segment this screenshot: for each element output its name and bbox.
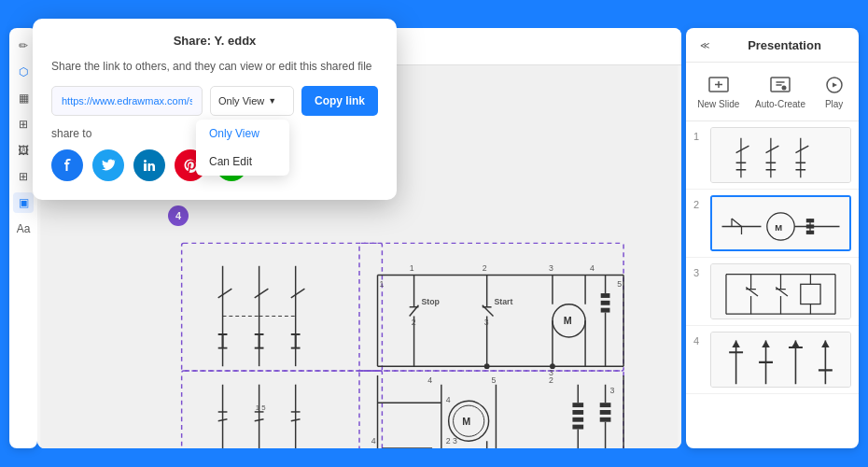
svg-rect-115 bbox=[711, 128, 850, 183]
sidebar-icon-presentation[interactable]: ▣ bbox=[13, 192, 34, 213]
play-icon bbox=[821, 74, 847, 96]
new-slide-label: New Slide bbox=[697, 99, 739, 109]
slide-item-2[interactable]: 2 M bbox=[686, 190, 859, 258]
svg-point-104 bbox=[550, 363, 555, 369]
play-button[interactable]: Play bbox=[816, 70, 853, 113]
sidebar-icon-table[interactable]: ⊞ bbox=[13, 166, 34, 187]
svg-point-113 bbox=[781, 86, 786, 91]
panel-title: Presentation bbox=[720, 38, 849, 52]
svg-rect-134 bbox=[806, 219, 814, 222]
facebook-icon[interactable] bbox=[51, 149, 83, 181]
dialog-title: Share: Y. eddx bbox=[51, 34, 378, 48]
slide-thumbnail-2[interactable]: M bbox=[710, 195, 851, 251]
svg-rect-53 bbox=[601, 308, 610, 313]
svg-rect-82 bbox=[600, 417, 611, 422]
svg-rect-52 bbox=[601, 301, 610, 305]
svg-text:3: 3 bbox=[609, 386, 614, 395]
slide-thumbnail-1[interactable] bbox=[710, 127, 851, 183]
copy-link-button[interactable]: Copy link bbox=[301, 86, 378, 116]
sidebar-icon-image[interactable]: 🖼 bbox=[13, 140, 34, 161]
svg-text:M: M bbox=[462, 416, 470, 427]
auto-create-icon bbox=[767, 74, 793, 96]
permission-dropdown: Only View Can Edit bbox=[196, 120, 289, 176]
svg-point-103 bbox=[484, 363, 490, 369]
svg-rect-74 bbox=[572, 403, 583, 407]
collapse-button[interactable]: ≪ bbox=[695, 35, 714, 54]
svg-text:3: 3 bbox=[549, 263, 553, 273]
svg-text:M: M bbox=[564, 315, 572, 326]
svg-text:2: 2 bbox=[483, 263, 487, 273]
svg-text:2   3: 2 3 bbox=[446, 436, 457, 446]
permission-select[interactable]: Only View ▼ bbox=[210, 86, 294, 116]
dropdown-item-can-edit[interactable]: Can Edit bbox=[196, 148, 289, 176]
auto-create-button[interactable]: Auto-Create bbox=[749, 70, 811, 113]
panel-actions: New Slide Auto-Create Play bbox=[686, 63, 859, 121]
sidebar-icon-shapes[interactable]: ⬡ bbox=[13, 62, 34, 82]
svg-text:Start: Start bbox=[494, 297, 512, 306]
badge-4: 4 bbox=[168, 205, 189, 226]
svg-text:1   5: 1 5 bbox=[256, 403, 267, 412]
slide-number-3: 3 bbox=[693, 267, 705, 278]
auto-create-label: Auto-Create bbox=[755, 99, 805, 109]
chevron-down-icon: ▼ bbox=[268, 96, 276, 106]
link-input[interactable] bbox=[51, 86, 203, 116]
svg-text:4: 4 bbox=[427, 375, 432, 385]
right-panel: ≪ Presentation New Slide Auto-Cre bbox=[686, 28, 859, 448]
slide-thumbnail-4[interactable] bbox=[710, 332, 851, 388]
svg-rect-135 bbox=[806, 224, 814, 228]
svg-text:4: 4 bbox=[371, 436, 376, 446]
sidebar-icon-layers[interactable]: ⊞ bbox=[13, 114, 34, 134]
slide-list: 1 bbox=[686, 121, 859, 448]
play-label: Play bbox=[825, 99, 843, 109]
new-slide-button[interactable]: New Slide bbox=[692, 70, 745, 113]
svg-rect-156 bbox=[711, 333, 850, 388]
sidebar-icon-pen[interactable]: ✏ bbox=[13, 35, 34, 56]
dropdown-item-only-view[interactable]: Only View bbox=[196, 120, 289, 148]
svg-text:1: 1 bbox=[379, 279, 384, 289]
share-dialog: Share: Y. eddx Share the link to others,… bbox=[33, 19, 397, 200]
sidebar-icon-format[interactable]: Aa bbox=[13, 219, 34, 239]
sidebar-icon-grid[interactable]: ▦ bbox=[13, 88, 34, 108]
svg-text:2: 2 bbox=[549, 375, 553, 385]
svg-rect-77 bbox=[572, 425, 583, 430]
svg-text:4: 4 bbox=[446, 395, 451, 404]
permission-label: Only View bbox=[218, 95, 264, 106]
twitter-icon[interactable] bbox=[92, 149, 124, 181]
slide-item-1[interactable]: 1 bbox=[686, 121, 859, 190]
dialog-description: Share the link to others, and they can v… bbox=[51, 59, 378, 75]
svg-rect-75 bbox=[572, 410, 583, 415]
svg-rect-76 bbox=[572, 417, 583, 422]
svg-text:4: 4 bbox=[590, 263, 595, 273]
svg-text:2: 2 bbox=[412, 318, 416, 327]
svg-text:1: 1 bbox=[410, 263, 414, 273]
svg-text:5: 5 bbox=[492, 375, 497, 385]
svg-text:3: 3 bbox=[484, 318, 489, 327]
svg-text:M: M bbox=[775, 222, 782, 233]
panel-header: ≪ Presentation bbox=[686, 28, 859, 63]
new-slide-icon bbox=[706, 74, 732, 96]
link-row: Only View ▼ Copy link Only View Can Edit bbox=[51, 86, 378, 116]
slide-item-3[interactable]: 3 bbox=[686, 258, 859, 326]
slide-item-4[interactable]: 4 bbox=[686, 326, 859, 394]
svg-rect-51 bbox=[601, 293, 610, 298]
svg-text:Stop: Stop bbox=[421, 297, 439, 306]
slide-number-4: 4 bbox=[693, 335, 705, 347]
slide-thumbnail-3[interactable] bbox=[710, 263, 851, 319]
svg-rect-136 bbox=[806, 231, 814, 234]
linkedin-icon[interactable] bbox=[133, 149, 165, 181]
slide-number-2: 2 bbox=[693, 199, 705, 210]
svg-rect-81 bbox=[600, 410, 611, 415]
slide-number-1: 1 bbox=[693, 131, 705, 142]
svg-text:5: 5 bbox=[617, 279, 622, 289]
svg-rect-80 bbox=[600, 403, 611, 407]
